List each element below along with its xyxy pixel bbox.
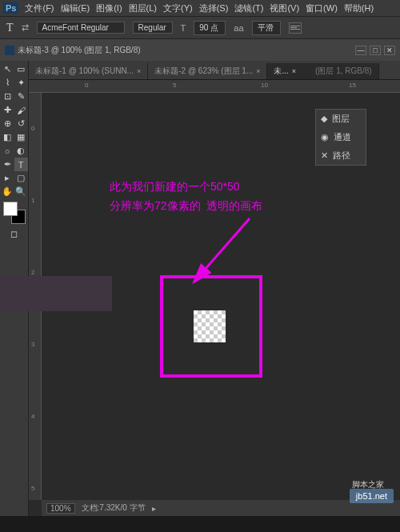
document-tabs: 未标题-1 @ 100% (SUNN...× 未标题-2 @ 623% (图层 …	[29, 61, 400, 80]
font-size-icon: T	[181, 23, 186, 33]
hand-tool[interactable]: ✋	[1, 185, 14, 198]
doc-size: 文档:7.32K/0 字节	[82, 502, 146, 514]
orientation-toggle-icon[interactable]: ⇄	[22, 22, 29, 33]
panel-channel[interactable]: ◉通道	[316, 128, 366, 146]
panel-path[interactable]: ✕路径	[316, 146, 366, 165]
doc-tab-3[interactable]: 未...×(图层 1, RGB/8)	[267, 63, 378, 79]
minimize-button[interactable]: —	[355, 46, 366, 55]
brush-tool[interactable]: 🖌	[14, 103, 28, 117]
eyedropper-tool[interactable]: ✎	[14, 90, 28, 103]
foreground-swatch[interactable]	[3, 202, 18, 216]
panel-layer[interactable]: ◆图层	[316, 110, 366, 128]
paths-icon: ✕	[321, 150, 328, 161]
ps-logo: Ps	[3, 2, 18, 14]
color-swatches[interactable]	[3, 202, 26, 224]
ruler-horizontal[interactable]: 0 5 10 15	[29, 80, 400, 93]
zoom-tool[interactable]: 🔍	[14, 185, 28, 198]
status-flyout-icon[interactable]: ▸	[152, 504, 156, 513]
menu-help[interactable]: 帮助(H)	[344, 2, 374, 14]
menu-select[interactable]: 选择(S)	[199, 2, 229, 14]
menu-text[interactable]: 文字(Y)	[163, 2, 193, 14]
close-icon[interactable]: ×	[137, 67, 141, 75]
window-tab-bar: 未标题-3 @ 100% (图层 1, RGB/8) — □ ✕	[0, 38, 400, 61]
lasso-tool[interactable]: ⌇	[1, 76, 14, 90]
heal-tool[interactable]: ✚	[1, 103, 14, 117]
pen-tool[interactable]: ✒	[1, 158, 14, 171]
font-size-input[interactable]: 90 点	[194, 21, 226, 35]
svg-line-0	[194, 218, 250, 282]
main-doc-title: 未标题-3 @ 100% (图层 1, RGB/8)	[18, 45, 141, 56]
close-icon[interactable]: ×	[292, 67, 296, 75]
close-button[interactable]: ✕	[384, 46, 395, 55]
gradient-tool[interactable]: ▦	[14, 130, 28, 144]
annotation-arrow	[186, 214, 258, 294]
crop-tool[interactable]: ⊡	[1, 90, 14, 103]
shape-tool[interactable]: ▢	[14, 171, 28, 185]
options-bar: T ⇄ AcmeFont Regular Regular T 90 点 aa 平…	[0, 16, 400, 38]
menu-window[interactable]: 窗口(W)	[306, 2, 338, 14]
type-tool[interactable]: T	[14, 158, 28, 171]
status-bar: 100% 文档:7.32K/0 字节 ▸	[42, 500, 400, 516]
path-select-tool[interactable]: ▸	[1, 171, 14, 185]
move-tool[interactable]: ↖	[1, 62, 14, 76]
antialias-select[interactable]: 平滑	[252, 21, 281, 35]
menu-layer[interactable]: 图层(L)	[129, 2, 157, 14]
type-tool-icon: T	[6, 22, 14, 34]
menu-image[interactable]: 图像(I)	[96, 2, 122, 14]
channels-icon: ◉	[321, 132, 329, 142]
annotation-text: 此为我们新建的一个50*50 分辨率为72像素的 透明的画布	[110, 177, 262, 215]
maximize-button[interactable]: □	[370, 46, 381, 55]
menu-filter[interactable]: 滤镜(T)	[234, 2, 263, 14]
close-icon[interactable]: ×	[256, 67, 260, 75]
history-brush-tool[interactable]: ↺	[14, 117, 28, 130]
marquee-tool[interactable]: ▭	[14, 62, 28, 76]
stamp-tool[interactable]: ⊕	[1, 117, 14, 130]
menu-bar: Ps 文件(F) 编辑(E) 图像(I) 图层(L) 文字(Y) 选择(S) 滤…	[0, 0, 400, 16]
menu-view[interactable]: 视图(V)	[270, 2, 299, 14]
doc-tab-2[interactable]: 未标题-2 @ 623% (图层 1...×	[148, 63, 267, 79]
zoom-level[interactable]: 100%	[46, 503, 75, 514]
menu-edit[interactable]: 编辑(E)	[61, 2, 90, 14]
panels-popup: ◆图层 ◉通道 ✕路径	[315, 109, 366, 166]
doc-icon	[5, 46, 14, 55]
wand-tool[interactable]: ✦	[14, 76, 28, 90]
menu-file[interactable]: 文件(F)	[25, 2, 54, 14]
eraser-tool[interactable]: ◧	[1, 130, 14, 144]
overlay-block	[0, 276, 112, 311]
watermark-text-2: jb51.net	[350, 489, 394, 503]
aa-label: aa	[234, 23, 243, 33]
blur-tool[interactable]: ○	[1, 144, 14, 158]
align-left-button[interactable]	[289, 22, 302, 34]
layers-icon: ◆	[321, 114, 327, 124]
doc-tab-1[interactable]: 未标题-1 @ 100% (SUNN...×	[29, 63, 148, 79]
quickmask-toggle[interactable]: ◻	[7, 227, 21, 241]
font-style-select[interactable]: Regular	[133, 22, 173, 34]
dodge-tool[interactable]: ◐	[14, 144, 28, 158]
font-family-select[interactable]: AcmeFont Regular	[37, 22, 125, 34]
